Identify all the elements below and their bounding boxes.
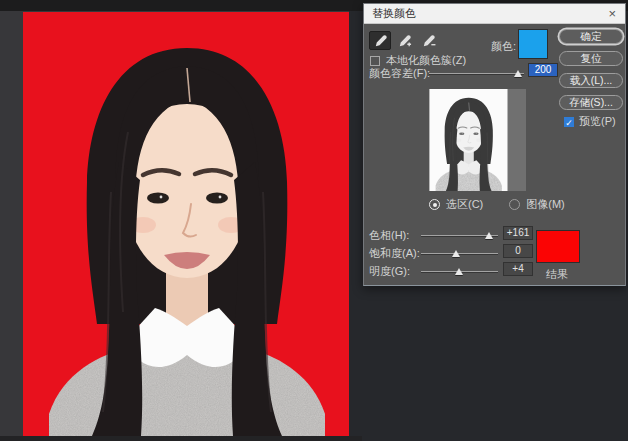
mask-portrait	[429, 89, 508, 191]
hue-label: 色相(H):	[369, 228, 409, 243]
eyedropper-subtract-tool[interactable]	[417, 31, 439, 50]
eyedropper-tool[interactable]	[369, 31, 391, 50]
close-icon[interactable]: ×	[599, 6, 625, 21]
mask-preview[interactable]	[429, 89, 526, 191]
eyedropper-add-tool[interactable]	[393, 31, 415, 50]
fuzziness-label: 颜色容差(F):	[369, 66, 430, 81]
selection-radio[interactable]	[429, 199, 440, 210]
saturation-label: 饱和度(A):	[369, 246, 420, 261]
load-button[interactable]: 载入(L)...	[559, 73, 623, 88]
workspace-bottom-strip	[0, 436, 362, 441]
image-radio[interactable]	[509, 199, 520, 210]
preview-checkbox-label: 预览(P)	[579, 114, 616, 129]
localized-clusters-checkbox[interactable]	[370, 56, 380, 66]
lightness-label: 明度(G):	[369, 264, 410, 279]
image-radio-label: 图像(M)	[526, 197, 565, 212]
result-color-swatch[interactable]	[536, 230, 580, 263]
dialog-title: 替换颜色	[364, 6, 599, 21]
portrait-photo	[23, 12, 349, 436]
eyedropper-minus-icon	[421, 33, 436, 48]
eyedropper-icon	[373, 33, 388, 48]
result-label: 结果	[546, 267, 568, 282]
save-button[interactable]: 存储(S)...	[559, 95, 623, 110]
fuzziness-slider-thumb[interactable]	[514, 70, 522, 77]
hue-value-field[interactable]: +161	[503, 226, 533, 240]
ok-button[interactable]: 确定	[559, 29, 623, 44]
hue-slider-thumb[interactable]	[485, 232, 493, 239]
fuzziness-slider-track[interactable]	[429, 73, 524, 74]
reset-button[interactable]: 复位	[559, 51, 623, 66]
lightness-slider-track[interactable]	[421, 271, 498, 272]
preview-checkbox[interactable]: ✓	[564, 117, 574, 127]
sample-color-swatch[interactable]	[518, 29, 548, 59]
hue-slider-track[interactable]	[421, 235, 498, 236]
mask-preview-image	[429, 89, 526, 191]
saturation-slider-track[interactable]	[421, 253, 498, 254]
eyedropper-plus-icon	[397, 33, 412, 48]
selection-radio-label: 选区(C)	[446, 197, 483, 212]
photo-canvas[interactable]	[23, 12, 349, 436]
preview-mode-row: 选区(C) 图像(M)	[429, 197, 565, 212]
fuzziness-value-field[interactable]: 200	[528, 63, 558, 77]
saturation-slider-thumb[interactable]	[452, 250, 460, 257]
lightness-value-field[interactable]: +4	[503, 262, 533, 276]
lightness-slider-thumb[interactable]	[455, 268, 463, 275]
color-label: 颜色:	[491, 39, 516, 54]
replace-color-dialog: 替换颜色 × 颜色: 本地化颜色簇(Z) 颜色容差(F):	[363, 3, 626, 286]
saturation-value-field[interactable]: 0	[503, 244, 533, 258]
eyedropper-toolbar	[369, 31, 439, 50]
preview-row: ✓ 预览(P)	[564, 114, 616, 129]
dialog-titlebar[interactable]: 替换颜色 ×	[364, 4, 625, 24]
